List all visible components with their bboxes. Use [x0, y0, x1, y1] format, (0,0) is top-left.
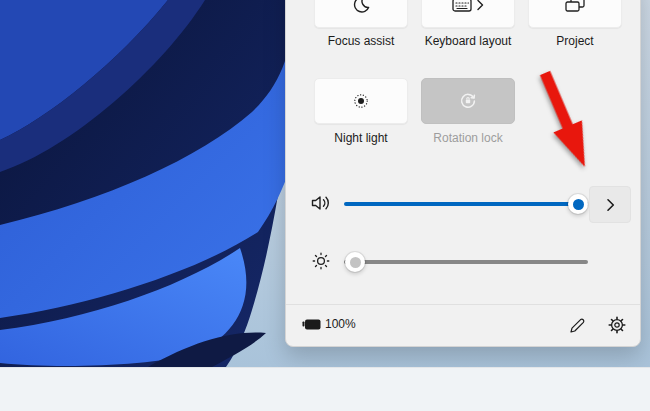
- volume-expand-button[interactable]: [589, 186, 631, 223]
- volume-slider[interactable]: [344, 202, 588, 206]
- pencil-icon: [569, 317, 586, 334]
- tile-label-keyboard-layout: Keyboard layout: [413, 34, 523, 48]
- edit-quick-settings-button[interactable]: [563, 311, 591, 339]
- taskbar: 4:47 PM 7/6/2021 1: [0, 367, 650, 411]
- tile-label-focus-assist: Focus assist: [306, 34, 416, 48]
- tile-night-light[interactable]: [314, 78, 408, 124]
- settings-button[interactable]: [603, 311, 631, 339]
- chevron-right-icon: [606, 198, 615, 212]
- volume-thumb-dot: [573, 199, 584, 210]
- brightness-icon: [311, 251, 331, 271]
- tile-label-night-light: Night light: [306, 131, 416, 145]
- quick-settings-panel: Focus assist Keyboard layout Project Nig…: [285, 0, 641, 347]
- project-icon: [565, 0, 585, 14]
- speaker-icon[interactable]: [310, 193, 332, 213]
- brightness-slider-thumb[interactable]: [345, 252, 365, 272]
- brightness-thumb-dot: [350, 257, 361, 268]
- tile-project[interactable]: [528, 0, 622, 28]
- gear-icon: [608, 316, 626, 334]
- battery-percent-label: 100%: [325, 317, 356, 331]
- desktop: Focus assist Keyboard layout Project Nig…: [0, 0, 650, 411]
- tile-keyboard-layout[interactable]: [421, 0, 515, 28]
- keyboard-icon: [452, 0, 472, 13]
- chevron-right-icon: [476, 0, 484, 11]
- brightness-slider[interactable]: [344, 260, 588, 264]
- tile-rotation-lock: [421, 78, 515, 124]
- volume-slider-thumb[interactable]: [568, 194, 588, 214]
- tile-focus-assist[interactable]: [314, 0, 408, 28]
- tile-label-rotation-lock: Rotation lock: [413, 131, 523, 145]
- tile-label-project: Project: [520, 34, 630, 48]
- moon-icon: [351, 0, 371, 15]
- night-light-icon: [351, 91, 371, 111]
- rotation-lock-icon: [458, 91, 478, 111]
- panel-divider: [286, 304, 640, 305]
- battery-icon: [302, 319, 321, 330]
